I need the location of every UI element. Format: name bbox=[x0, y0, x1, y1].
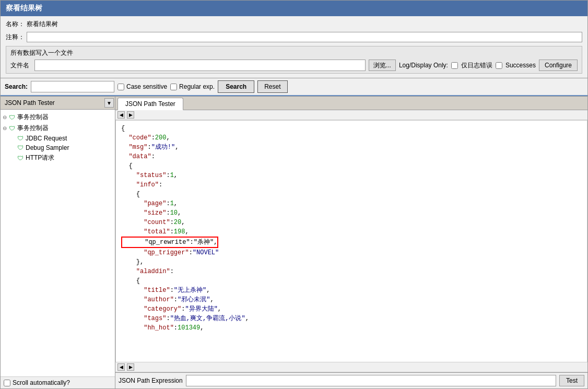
json-path-bar: JSON Path Expression Test bbox=[115, 372, 587, 388]
tree-item-0[interactable]: ⊖ 🛡 事务控制器 bbox=[3, 112, 113, 123]
top-section: 名称： 察看结果树 注释： 所有数据写入一个文件 文件名 浏览... Log/D… bbox=[1, 16, 587, 78]
case-sensitive-label: Case sensitive bbox=[126, 83, 167, 90]
regexp-checkbox[interactable] bbox=[170, 84, 177, 90]
tab-bar: JSON Path Tester bbox=[115, 97, 587, 110]
tree-item-1[interactable]: ⊖ 🛡 事务控制器 bbox=[3, 123, 113, 134]
right-panel: JSON Path Tester ◀ ▶ { "code":200, "msg"… bbox=[115, 97, 587, 388]
log-error-checkbox[interactable] bbox=[451, 62, 458, 69]
tree-item-3[interactable]: 🛡 Debug Sampler bbox=[11, 143, 113, 152]
content-area: JSON Path Tester ▼ ⊖ 🛡 事务控制器 ⊖ 🛡 事务控制器 bbox=[1, 96, 587, 388]
log-options: Log/Display Only: 仅日志错误 Successes Config… bbox=[399, 60, 578, 71]
regexp-label: Regular exp. bbox=[179, 83, 215, 90]
search-bar: Search: Case sensitive Regular exp. Sear… bbox=[1, 78, 587, 96]
json-path-tester-tab[interactable]: JSON Path Tester bbox=[117, 98, 183, 110]
file-section: 所有数据写入一个文件 文件名 浏览... Log/Display Only: 仅… bbox=[6, 46, 582, 74]
left-panel-header: JSON Path Tester ▼ bbox=[1, 97, 115, 110]
name-value: 察看结果树 bbox=[27, 20, 58, 29]
json-path-input[interactable] bbox=[186, 375, 556, 386]
log-error-label: 仅日志错误 bbox=[461, 61, 492, 70]
scroll-auto-checkbox[interactable] bbox=[4, 380, 10, 386]
tree-label-2: JDBC Request bbox=[26, 135, 67, 142]
shield-icon-2: 🛡 bbox=[17, 135, 23, 142]
scroll-auto-row: Scroll automatically? bbox=[1, 376, 115, 388]
browse-button[interactable]: 浏览... bbox=[369, 60, 396, 71]
configure-button[interactable]: Configure bbox=[539, 60, 578, 71]
left-panel-title: JSON Path Tester bbox=[2, 98, 104, 108]
successes-label: Successes bbox=[505, 62, 536, 69]
tree-item-2[interactable]: 🛡 JDBC Request bbox=[11, 134, 113, 143]
search-button[interactable]: Search bbox=[218, 80, 254, 93]
tree-label-4: HTTP请求 bbox=[26, 154, 54, 162]
main-window: 察看结果树 名称： 察看结果树 注释： 所有数据写入一个文件 文件名 浏览...… bbox=[0, 0, 588, 389]
title-text: 察看结果树 bbox=[6, 4, 42, 12]
file-row: 文件名 浏览... Log/Display Only: 仅日志错误 Succes… bbox=[10, 60, 578, 71]
json-content-area[interactable]: { "code":200, "msg":"成功!", "data": { "st… bbox=[115, 120, 587, 362]
case-sensitive-group: Case sensitive bbox=[117, 83, 167, 90]
test-button[interactable]: Test bbox=[559, 375, 584, 386]
tree-label-3: Debug Sampler bbox=[26, 144, 69, 151]
shield-icon-3: 🛡 bbox=[17, 144, 23, 151]
scroll-auto-label: Scroll automatically? bbox=[13, 379, 70, 386]
shield-icon-4: 🛡 bbox=[17, 155, 23, 162]
scroll-right-arrow-bottom[interactable]: ▶ bbox=[127, 363, 134, 371]
shield-icon-1: 🛡 bbox=[9, 125, 15, 132]
file-input[interactable] bbox=[34, 60, 366, 71]
file-label: 文件名 bbox=[10, 61, 31, 70]
tree-item-4[interactable]: 🛡 HTTP请求 bbox=[11, 152, 113, 163]
file-section-title: 所有数据写入一个文件 bbox=[10, 49, 578, 57]
tree-panel: ⊖ 🛡 事务控制器 ⊖ 🛡 事务控制器 🛡 JDBC Request bbox=[1, 110, 115, 376]
comment-row: 注释： bbox=[6, 30, 582, 44]
shield-icon-0: 🛡 bbox=[9, 114, 15, 121]
tree-label-1: 事务控制器 bbox=[17, 124, 49, 133]
reset-button[interactable]: Reset bbox=[257, 80, 287, 93]
comment-input[interactable] bbox=[27, 32, 582, 42]
scroll-left-arrow-bottom[interactable]: ◀ bbox=[117, 363, 125, 371]
scroll-right-arrow[interactable]: ▶ bbox=[127, 111, 134, 119]
toggle-0: ⊖ bbox=[3, 114, 8, 120]
toggle-1: ⊖ bbox=[3, 125, 8, 131]
title-bar: 察看结果树 bbox=[1, 1, 587, 16]
comment-label: 注释： bbox=[6, 33, 27, 42]
left-panel-arrow[interactable]: ▼ bbox=[104, 98, 114, 108]
case-sensitive-checkbox[interactable] bbox=[117, 84, 124, 90]
tree-label-0: 事务控制器 bbox=[17, 113, 49, 122]
name-label: 名称： bbox=[6, 20, 27, 29]
search-input[interactable] bbox=[31, 81, 114, 92]
log-display-label: Log/Display Only: bbox=[399, 62, 448, 69]
regexp-group: Regular exp. bbox=[170, 83, 215, 90]
search-label: Search: bbox=[5, 83, 28, 90]
name-row: 名称： 察看结果树 bbox=[6, 18, 582, 30]
left-panel: JSON Path Tester ▼ ⊖ 🛡 事务控制器 ⊖ 🛡 事务控制器 bbox=[1, 97, 115, 388]
successes-checkbox[interactable] bbox=[496, 62, 502, 69]
json-path-label: JSON Path Expression bbox=[119, 377, 183, 384]
scroll-left-arrow[interactable]: ◀ bbox=[117, 111, 125, 119]
scroll-indicators: ◀ ▶ bbox=[115, 110, 587, 120]
scroll-indicators-bottom: ◀ ▶ bbox=[115, 362, 587, 372]
